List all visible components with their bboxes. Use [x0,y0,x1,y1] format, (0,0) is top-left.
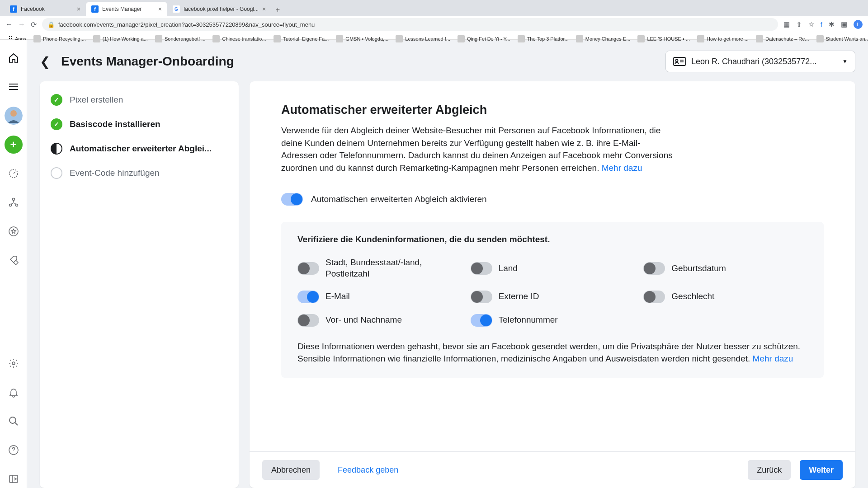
address-bar: ← → ⟳ 🔒 facebook.com/events_manager2/pix… [0,16,868,33]
tab-title: facebook pixel helper - Googl... [184,6,259,12]
steps-panel: Pixel erstellenBasiscode installierenAut… [40,81,239,488]
tab-close-icon[interactable]: × [158,5,162,13]
qr-icon[interactable]: ▦ [783,20,790,28]
verify-toggle-item: Stadt, Bundesstaat/-land, Postleitzahl [297,257,462,279]
verify-toggle[interactable] [297,314,319,327]
cancel-button[interactable]: Abbrechen [262,460,320,480]
verify-toggle[interactable] [471,262,492,275]
tab-close-icon[interactable]: × [77,5,80,13]
content-description: Verwende für den Abgleich deiner Website… [281,124,675,174]
content-title: Automatischer erweiterter Abgleich [281,103,824,117]
nav-reload-icon[interactable]: ⟳ [31,20,37,29]
gauge-icon[interactable] [5,164,23,183]
back-arrow-icon[interactable]: ❮ [40,54,50,69]
verify-toggle-label: Geschlecht [671,291,714,302]
verify-toggle[interactable] [297,291,319,303]
account-name: Leon R. Chaudhari (3032535772... [691,57,837,66]
verify-learn-more-link[interactable]: Mehr dazu [753,354,793,363]
verify-toggle-label: Geburtsdatum [671,263,726,274]
master-toggle[interactable] [281,193,303,206]
verify-toggle-item: Geschlecht [643,291,807,303]
account-selector[interactable]: Leon R. Chaudhari (3032535772... ▼ [665,51,855,72]
profile-avatar-icon[interactable]: L [854,20,863,29]
fb-left-sidebar: + [0,40,27,488]
onboarding-step[interactable]: Automatischer erweiterter Abglei... [51,143,228,155]
tab-favicon-icon: f [10,5,17,13]
back-button[interactable]: Zurück [748,460,791,480]
svg-rect-12 [674,57,685,66]
onboarding-step[interactable]: Pixel erstellen [51,94,228,106]
create-icon[interactable]: + [5,136,23,154]
lock-icon: 🔒 [47,21,55,28]
share-icon[interactable]: ⇧ [796,20,802,28]
svg-point-2 [12,198,14,201]
svg-point-7 [9,417,16,423]
verify-toggle[interactable] [471,314,492,327]
step-label: Basiscode installieren [70,119,160,129]
url-input[interactable]: 🔒 facebook.com/events_manager2/pixel_cre… [42,18,778,31]
svg-line-8 [15,422,18,425]
content-panel: Automatischer erweiterter Abgleich Verwe… [250,81,855,488]
nav-back-icon[interactable]: ← [5,20,13,28]
verify-toggle[interactable] [297,262,319,275]
url-text: facebook.com/events_manager2/pixel_creat… [58,21,315,28]
verify-toggle-item: Geburtsdatum [643,257,807,279]
help-icon[interactable] [5,441,23,459]
verify-toggle-item: Vor- und Nachname [297,314,462,327]
star-nav-icon[interactable] [5,222,23,240]
step-indicator-icon [51,143,62,155]
tab-bar: fFacebook×fEvents Manager×Gfacebook pixe… [0,0,868,16]
verify-toggle-label: E-Mail [326,291,350,302]
search-icon[interactable] [5,412,23,430]
home-icon[interactable] [5,49,23,67]
browser-tab[interactable]: fFacebook× [5,2,86,16]
footer-bar: Abbrechen Feedback geben Zurück Weiter [250,451,855,488]
next-button[interactable]: Weiter [800,460,843,480]
cast-icon[interactable]: ▣ [841,20,847,28]
verify-toggle[interactable] [643,262,665,275]
verify-toggle[interactable] [471,291,492,303]
tab-title: Events Manager [102,6,142,12]
verify-toggle-label: Stadt, Bundesstaat/-land, Postleitzahl [326,257,462,279]
notifications-icon[interactable] [5,383,23,401]
step-indicator-icon [51,118,62,130]
tab-favicon-icon: f [91,5,99,13]
verify-toggle-label: Externe ID [499,291,539,302]
verify-toggle-label: Vor- und Nachname [326,314,402,326]
settings-icon[interactable] [5,354,23,372]
step-label: Pixel erstellen [70,95,123,105]
connections-icon[interactable] [5,193,23,211]
step-indicator-icon [51,94,62,106]
tab-title: Facebook [21,6,45,12]
onboarding-step[interactable]: Event-Code hinzufügen [51,167,228,179]
tag-icon[interactable] [5,251,23,269]
svg-point-13 [676,60,678,62]
star-icon[interactable]: ☆ [808,20,814,28]
nav-forward-icon[interactable]: → [18,20,25,28]
browser-tab[interactable]: Gfacebook pixel helper - Googl...× [167,2,271,16]
verify-toggle[interactable] [643,291,665,303]
feedback-button[interactable]: Feedback geben [329,460,407,480]
verify-title: Verifiziere die Kundeninformationen, die… [297,235,807,244]
tab-close-icon[interactable]: × [262,5,266,13]
tab-favicon-icon: G [173,5,180,13]
verify-toggle-item: Externe ID [471,291,635,303]
verify-box: Verifiziere die Kundeninformationen, die… [281,222,824,377]
page-header: ❮ Events Manager-Onboarding Leon R. Chau… [40,51,855,72]
fb-extension-icon[interactable]: f [821,21,822,28]
menu-icon[interactable] [5,78,23,96]
new-tab-button[interactable]: + [271,4,284,16]
user-avatar-icon[interactable] [5,107,23,125]
svg-line-1 [14,172,15,174]
verify-toggle-label: Land [499,263,518,274]
collapse-icon[interactable] [5,470,23,488]
browser-tab[interactable]: fEvents Manager× [86,2,167,16]
verify-toggle-label: Telefonnummer [499,314,558,326]
learn-more-link[interactable]: Mehr dazu [602,163,642,173]
onboarding-step[interactable]: Basiscode installieren [51,118,228,130]
master-toggle-label: Automatischen erweiterten Abgleich aktiv… [311,194,487,204]
verify-toggle-item: Telefonnummer [471,314,635,327]
verify-toggle-item: Land [471,257,635,279]
browser-chrome: fFacebook×fEvents Manager×Gfacebook pixe… [0,0,868,40]
extensions-icon[interactable]: ✱ [829,20,835,28]
